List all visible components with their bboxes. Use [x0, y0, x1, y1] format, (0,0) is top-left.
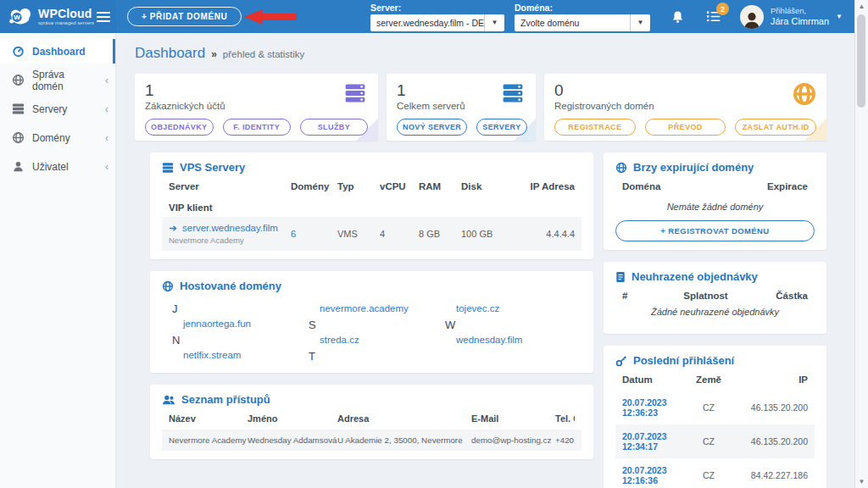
annotation-arrow: [244, 9, 297, 25]
card-title: Seznam přístupů: [162, 393, 581, 406]
orders-button[interactable]: OBJEDNÁVKY: [145, 119, 214, 136]
card-title: VPS Servery: [162, 161, 581, 174]
stat-buttons: NOVÝ SERVER SERVERY: [397, 119, 526, 136]
access-table-header: Název Jméno Adresa E-Mail Tel. Číslo: [162, 406, 581, 430]
card-title-text: Hostované domény: [180, 280, 281, 292]
login-date-link[interactable]: 20.07.2023 12:16:36: [622, 465, 667, 485]
globe-icon: [162, 280, 174, 292]
globe-icon: [12, 131, 25, 144]
key-icon: [615, 355, 627, 367]
card-title: Poslední přihlášení: [615, 354, 815, 367]
sidebar-item-sprava-domen[interactable]: Správa domén ‹: [0, 68, 115, 92]
hosted-domains-list: J jennaortega.fun N netlfix.stream never…: [162, 297, 581, 364]
globe-icon: [793, 82, 816, 109]
login-row: 20.07.2023 12:36:23 CZ 46.135.20.200: [615, 391, 815, 424]
sidebar-item-domeny[interactable]: Domény ‹: [0, 125, 115, 150]
scrollbar-track[interactable]: [855, 13, 868, 475]
server-select[interactable]: server.wednesday.film - DEMO ▼: [370, 14, 504, 31]
email-cell: demo@wp-hosting.cz: [471, 435, 555, 445]
column-header: Server: [169, 181, 291, 191]
stat-card-servers: 1 Celkem serverů NOVÝ SERVER SERVERY: [387, 74, 536, 141]
ip-cell: 46.135.20.200: [733, 402, 808, 413]
server-link[interactable]: server.wednesday.film: [169, 223, 291, 233]
stat-value: 1: [145, 81, 368, 100]
left-column: VPS Servery Server Domény Typ vCPU RAM D…: [150, 152, 593, 459]
tasks-list-icon[interactable]: 2: [706, 10, 721, 23]
domain-link[interactable]: tojevec.cz: [445, 303, 581, 313]
column-header: Název: [169, 413, 248, 424]
registration-button[interactable]: REGISTRACE: [554, 119, 636, 136]
access-list-card: Seznam přístupů Název Jméno Adresa E-Mai…: [150, 385, 593, 459]
stats-row: 1 Zákaznických účtů OBJEDNÁVKY F. IDENTI…: [135, 74, 826, 141]
scroll-up-arrow[interactable]: ▲: [859, 0, 865, 13]
ip-cell: 84.42.227.186: [733, 470, 808, 480]
letter-group: T: [309, 350, 445, 363]
app-window: W WPCloud správa managed servers + PŘIDA…: [0, 0, 868, 488]
page-title: Dashboard: [135, 45, 205, 62]
sidebar-item-label: Servery: [32, 103, 67, 115]
login-date-link[interactable]: 20.07.2023 12:36:23: [622, 397, 667, 418]
notifications-bell-icon[interactable]: [671, 10, 684, 24]
server-select-group: Server: server.wednesday.film - DEMO ▼: [370, 3, 504, 31]
chevron-left-icon: ‹: [105, 75, 108, 86]
sidebar: Dashboard Správa domén ‹ Servery ‹: [0, 33, 116, 488]
brand-title: WPCloud: [38, 8, 95, 19]
letter-group: S: [309, 319, 445, 331]
column-header: Země: [684, 374, 733, 385]
card-title: Brzy expirující domény: [615, 161, 815, 174]
card-title-text: Neuhrazené objednávky: [632, 270, 758, 283]
user-text: Přihlášen, Jára Cimrman: [771, 6, 829, 27]
scrollbar-thumb[interactable]: [857, 14, 865, 108]
card-title: Hostované domény: [162, 280, 581, 292]
vps-group-label: VIP klient: [162, 197, 581, 217]
letter-group: J: [172, 302, 309, 315]
domain-link[interactable]: jennaortega.fun: [172, 319, 309, 329]
card-corner-decoration: [804, 119, 826, 141]
domain-link[interactable]: netlfix.stream: [172, 350, 309, 360]
country-cell: CZ: [684, 402, 733, 413]
login-date-link[interactable]: 20.07.2023 12:34:17: [622, 431, 667, 452]
card-title-text: Brzy expirující domény: [633, 161, 754, 174]
transfer-button[interactable]: PŘEVOD: [645, 119, 726, 136]
column-header: Jméno: [248, 413, 337, 424]
globe-icon: [615, 162, 627, 174]
domain-count-link[interactable]: 6: [291, 229, 296, 239]
expiring-domains-card: Brzy expirující domény Doména Expirace N…: [604, 152, 826, 250]
add-domain-button[interactable]: + PŘIDAT DOMÉNU: [127, 7, 242, 26]
domain-select-arrow-icon[interactable]: ▼: [630, 14, 650, 31]
card-corner-decoration: [514, 119, 536, 141]
avatar: [740, 5, 764, 29]
sidebar-item-servery[interactable]: Servery ‹: [0, 97, 115, 121]
domain-column: nevermore.academy S streda.cz T: [309, 297, 445, 364]
menu-toggle-icon[interactable]: [97, 9, 110, 25]
vps-servers-card: VPS Servery Server Domény Typ vCPU RAM D…: [150, 152, 593, 259]
domain-link[interactable]: streda.cz: [309, 335, 445, 345]
new-server-button[interactable]: NOVÝ SERVER: [397, 119, 467, 136]
page-scrollbar[interactable]: ▲ ▼: [854, 0, 868, 488]
logins-table-header: Datum Země IP: [615, 367, 815, 391]
user-menu[interactable]: Přihlášen, Jára Cimrman ▼: [740, 5, 843, 29]
login-row: 20.07.2023 12:34:17 CZ 46.135.20.200: [615, 424, 815, 458]
ip-cell: 4.4.4.4: [514, 229, 575, 239]
domain-link[interactable]: wednesday.film: [445, 335, 581, 345]
register-domain-button[interactable]: + REGISTROVAT DOMÉNU: [615, 220, 815, 241]
page: W WPCloud správa managed servers + PŘIDA…: [0, 0, 854, 488]
chevron-left-icon: ‹: [105, 132, 108, 144]
server-select-arrow-icon[interactable]: ▼: [484, 14, 504, 31]
sidebar-item-dashboard[interactable]: Dashboard: [0, 39, 115, 64]
server-client-label: Nevermore Academy: [169, 236, 291, 245]
empty-state-text: Nemáte žádné domény: [615, 202, 815, 212]
domain-select[interactable]: Zvolte doménu ▼: [515, 14, 650, 31]
column-header: Doména: [622, 181, 767, 191]
country-cell: CZ: [684, 470, 733, 480]
person-cell: Wednesday Addamsová: [248, 435, 337, 445]
sidebar-item-uzivatel[interactable]: Uživatel ‹: [0, 154, 115, 179]
annotation-arrow-head: [244, 9, 263, 25]
servers-icon: [162, 162, 174, 174]
identity-button[interactable]: F. IDENTITY: [223, 119, 291, 136]
scroll-down-arrow[interactable]: ▼: [859, 475, 865, 488]
card-title: Neuhrazené objednávky: [615, 270, 815, 283]
breadcrumb-separator: »: [211, 48, 217, 60]
sidebar-item-label: Správa domén: [32, 69, 97, 92]
domain-link[interactable]: nevermore.academy: [309, 303, 445, 313]
